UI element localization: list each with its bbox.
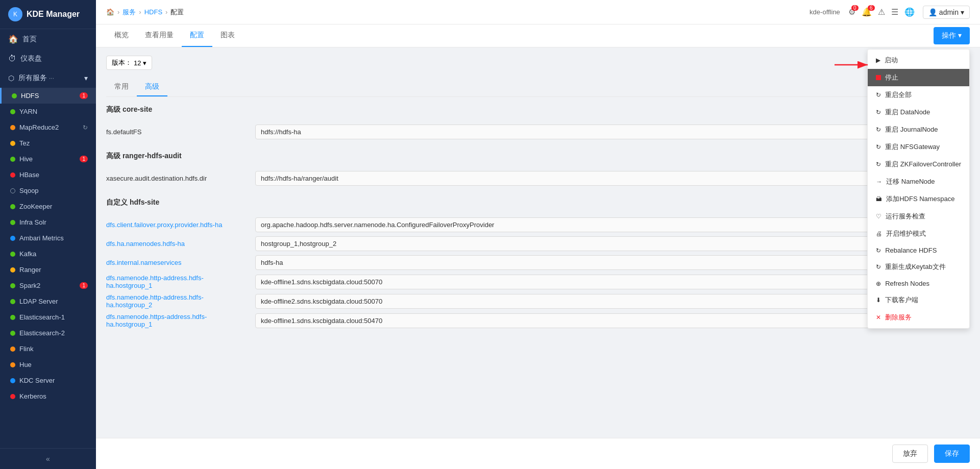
sidebar-item-dashboard[interactable]: ⏱ 仪表盘	[0, 49, 96, 68]
tab-config[interactable]: 配置	[182, 24, 212, 47]
sidebar-all-services[interactable]: ⬡ 所有服务 ··· ▾	[0, 68, 96, 88]
config-row-xasecure: xasecure.audit.destination.hdfs.dir ⊕ ↻	[106, 171, 970, 186]
restart-nfsgateway-label: 重启 NFSGateway	[885, 142, 940, 152]
sidebar-item-yarn[interactable]: YARN	[0, 104, 96, 119]
menu-item-download-client[interactable]: ⬇ 下载客户端	[868, 291, 969, 309]
sidebar-item-es2[interactable]: Elasticsearch-2	[0, 325, 96, 341]
dfs-client-input[interactable]	[255, 217, 927, 232]
user-menu[interactable]: 👤 admin ▾	[923, 6, 970, 19]
sidebar-item-infra-solr[interactable]: Infra Solr	[0, 214, 96, 230]
menu-item-service-check[interactable]: ♡ 运行服务检查	[868, 208, 969, 225]
kerberos-label: Kerberos	[19, 392, 46, 400]
sidebar-item-hive[interactable]: Hive 1	[0, 151, 96, 167]
operate-button[interactable]: 操作 ▾	[934, 27, 970, 44]
dfs-namenode-http-1-input[interactable]	[255, 275, 927, 289]
sub-tab-advanced[interactable]: 高级	[137, 78, 167, 96]
flink-dot	[10, 347, 15, 352]
section-dots: ···	[49, 75, 54, 82]
menu-item-restart-all[interactable]: ↻ 重启全部	[868, 86, 969, 104]
sidebar-item-ldap[interactable]: LDAP Server	[0, 293, 96, 309]
tab-usage[interactable]: 查看用量	[137, 24, 182, 47]
stop-label: 停止	[885, 73, 898, 82]
sidebar-item-flink[interactable]: Flink	[0, 341, 96, 357]
flink-label: Flink	[19, 345, 33, 353]
tab-overview[interactable]: 概览	[106, 24, 137, 47]
services-label: 所有服务	[18, 73, 47, 83]
sidebar-item-kafka[interactable]: Kafka	[0, 246, 96, 262]
es1-dot	[10, 315, 15, 320]
warning-icon[interactable]: ⚠	[878, 7, 885, 17]
add-namespace-icon: 🏔	[876, 195, 882, 203]
xasecure-input[interactable]	[255, 171, 940, 186]
menu-item-restart-zkfailover[interactable]: ↻ 重启 ZKFailoverController	[868, 156, 969, 173]
dfs-ha-key[interactable]: dfs.ha.namenodes.hdfs-ha	[106, 240, 249, 248]
maintenance-label: 开启维护模式	[886, 229, 926, 238]
menu-item-add-namespace[interactable]: 🏔 添加HDFS Namespace	[868, 190, 969, 208]
sidebar-item-sqoop[interactable]: Sqoop	[0, 183, 96, 199]
dfs-internal-key[interactable]: dfs.internal.nameservices	[106, 259, 249, 266]
es1-label: Elasticsearch-1	[19, 313, 65, 321]
config-row-fs-defaultfs: fs.defaultFS 🔒 ⊕ ↻	[106, 125, 970, 139]
restart-all-label: 重启全部	[885, 90, 912, 100]
hue-label: Hue	[19, 361, 32, 368]
regen-keytab-icon: ↻	[876, 263, 881, 270]
service-check-label: 运行服务检查	[886, 212, 925, 221]
zookeeper-dot	[10, 204, 15, 209]
breadcrumb-home[interactable]: 🏠	[106, 8, 114, 16]
sub-tab-normal[interactable]: 常用	[106, 78, 137, 96]
sidebar-item-hbase[interactable]: HBase	[0, 167, 96, 183]
config-row-dfs-client: dfs.client.failover.proxy.provider.hdfs-…	[106, 217, 970, 232]
sidebar-item-tez[interactable]: Tez	[0, 135, 96, 151]
menu-item-migrate-namenode[interactable]: → 迁移 NameNode	[868, 173, 969, 190]
bell-icon[interactable]: 🔔 6	[862, 7, 872, 17]
menu-item-refresh-nodes[interactable]: ⊕ Refresh Nodes	[868, 276, 969, 291]
discard-button[interactable]: 放弃	[892, 445, 928, 463]
dfs-namenode-https-1-input[interactable]	[255, 313, 927, 328]
sidebar-item-kerberos[interactable]: Kerberos	[0, 388, 96, 404]
breadcrumb-hdfs[interactable]: HDFS	[144, 8, 162, 16]
menu-item-maintenance[interactable]: 🖨 开启维护模式	[868, 225, 969, 242]
sidebar-item-home[interactable]: 🏠 首页	[0, 29, 96, 49]
sidebar-item-kdc[interactable]: KDC Server	[0, 373, 96, 388]
user-name: admin	[939, 8, 959, 16]
dfs-namenode-http-1-key[interactable]: dfs.namenode.http-address.hdfs-ha.hostgr…	[106, 274, 249, 289]
sidebar-item-ranger[interactable]: Ranger	[0, 262, 96, 278]
core-site-title: 高级 core-site	[106, 105, 970, 118]
sidebar-logo: K KDE Manager	[0, 0, 96, 29]
settings-icon[interactable]: ⚙ 0	[848, 7, 855, 17]
menu-item-restart-journalnode[interactable]: ↻ 重启 JournalNode	[868, 121, 969, 138]
dfs-client-key[interactable]: dfs.client.failover.proxy.provider.hdfs-…	[106, 221, 249, 229]
header-right: kde-offline ⚙ 0 🔔 6 ⚠ ☰ 🌐 👤 admin ▾	[810, 6, 970, 19]
start-label: 启动	[885, 56, 898, 65]
sidebar-item-ambari-metrics[interactable]: Ambari Metrics	[0, 230, 96, 246]
sidebar-item-hue[interactable]: Hue	[0, 357, 96, 373]
sidebar-item-zookeeper[interactable]: ZooKeeper	[0, 199, 96, 214]
dfs-namenode-http-2-input[interactable]	[255, 294, 927, 309]
version-select[interactable]: 版本： 12 ▾	[106, 56, 152, 70]
tab-chart[interactable]: 图表	[212, 24, 243, 47]
kerberos-dot	[10, 394, 15, 399]
breadcrumb-services[interactable]: 服务	[122, 8, 136, 17]
dfs-internal-input[interactable]	[255, 255, 927, 270]
hdfs-dot	[12, 93, 17, 98]
dfs-namenode-http-2-key[interactable]: dfs.namenode.http-address.hdfs-ha.hostgr…	[106, 293, 249, 309]
menu-item-stop[interactable]: 停止	[868, 69, 969, 86]
list-icon[interactable]: ☰	[891, 7, 898, 17]
menu-item-delete-service[interactable]: ✕ 删除服务	[868, 309, 969, 326]
dfs-ha-input[interactable]	[255, 236, 927, 251]
globe-icon[interactable]: 🌐	[904, 7, 915, 17]
dfs-namenode-https-1-key[interactable]: dfs.namenode.https-address.hdfs-ha.hostg…	[106, 313, 249, 328]
menu-item-restart-datanode[interactable]: ↻ 重启 DataNode	[868, 104, 969, 121]
menu-item-rebalance[interactable]: ↻ Rebalance HDFS	[868, 242, 969, 258]
sidebar-collapse-btn[interactable]: «	[0, 448, 96, 469]
save-button[interactable]: 保存	[934, 445, 970, 463]
menu-item-start[interactable]: ▶ 启动	[868, 52, 969, 69]
sidebar-item-mapreduce2[interactable]: MapReduce2 ↻	[0, 119, 96, 135]
sidebar-item-hdfs[interactable]: HDFS 1	[0, 88, 96, 104]
fs-defaultfs-input[interactable]	[255, 125, 927, 139]
menu-item-regen-keytab[interactable]: ↻ 重新生成Keytab文件	[868, 258, 969, 276]
sidebar-item-spark2[interactable]: Spark2 1	[0, 278, 96, 293]
sidebar-item-es1[interactable]: Elasticsearch-1	[0, 309, 96, 325]
ranger-label: Ranger	[19, 266, 41, 274]
menu-item-restart-nfsgateway[interactable]: ↻ 重启 NFSGateway	[868, 138, 969, 156]
